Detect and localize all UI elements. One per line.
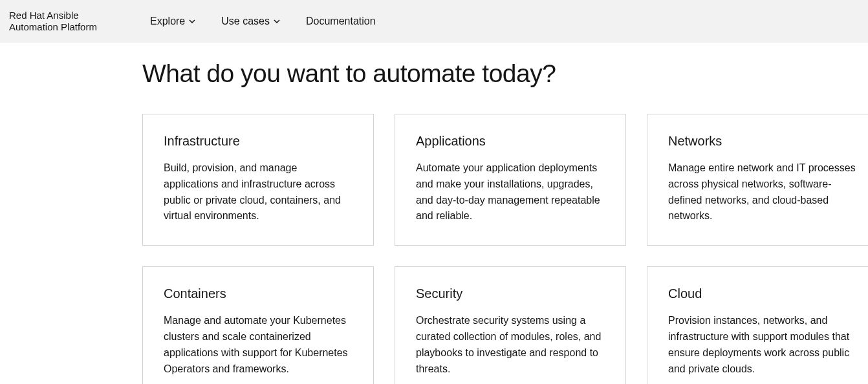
nav-explore-label: Explore bbox=[150, 16, 185, 27]
card-containers[interactable]: Containers Manage and automate your Kube… bbox=[142, 266, 374, 384]
card-desc: Orchestrate security systems using a cur… bbox=[416, 313, 605, 377]
chevron-down-icon bbox=[274, 19, 280, 23]
top-nav: Red Hat Ansible Automation Platform Expl… bbox=[0, 0, 868, 43]
card-title: Security bbox=[416, 286, 605, 301]
main-content: What do you want to automate today? Infr… bbox=[0, 43, 868, 384]
nav-documentation-label: Documentation bbox=[306, 16, 376, 27]
card-title: Applications bbox=[416, 134, 605, 149]
nav-documentation[interactable]: Documentation bbox=[306, 16, 376, 27]
card-networks[interactable]: Networks Manage entire network and IT pr… bbox=[647, 114, 868, 246]
card-desc: Build, provision, and manage application… bbox=[164, 160, 353, 224]
card-desc: Manage entire network and IT processes a… bbox=[668, 160, 859, 224]
page-title: What do you want to automate today? bbox=[142, 59, 868, 88]
card-desc: Automate your application deployments an… bbox=[416, 160, 605, 224]
nav-items: Explore Use cases Documentation bbox=[150, 16, 376, 27]
nav-use-cases[interactable]: Use cases bbox=[221, 16, 280, 27]
nav-use-cases-label: Use cases bbox=[221, 16, 270, 27]
brand-line-2: Automation Platform bbox=[9, 21, 138, 33]
card-title: Networks bbox=[668, 134, 859, 149]
chevron-down-icon bbox=[189, 19, 195, 23]
card-desc: Provision instances, networks, and infra… bbox=[668, 313, 859, 377]
card-title: Cloud bbox=[668, 286, 859, 301]
card-security[interactable]: Security Orchestrate security systems us… bbox=[395, 266, 626, 384]
nav-explore[interactable]: Explore bbox=[150, 16, 195, 27]
cards-grid: Infrastructure Build, provision, and man… bbox=[142, 114, 868, 384]
brand-title[interactable]: Red Hat Ansible Automation Platform bbox=[9, 10, 138, 33]
brand-line-1: Red Hat Ansible bbox=[9, 10, 138, 21]
card-desc: Manage and automate your Kubernetes clus… bbox=[164, 313, 353, 377]
card-infrastructure[interactable]: Infrastructure Build, provision, and man… bbox=[142, 114, 374, 246]
card-cloud[interactable]: Cloud Provision instances, networks, and… bbox=[647, 266, 868, 384]
card-applications[interactable]: Applications Automate your application d… bbox=[395, 114, 626, 246]
card-title: Containers bbox=[164, 286, 353, 301]
card-title: Infrastructure bbox=[164, 134, 353, 149]
